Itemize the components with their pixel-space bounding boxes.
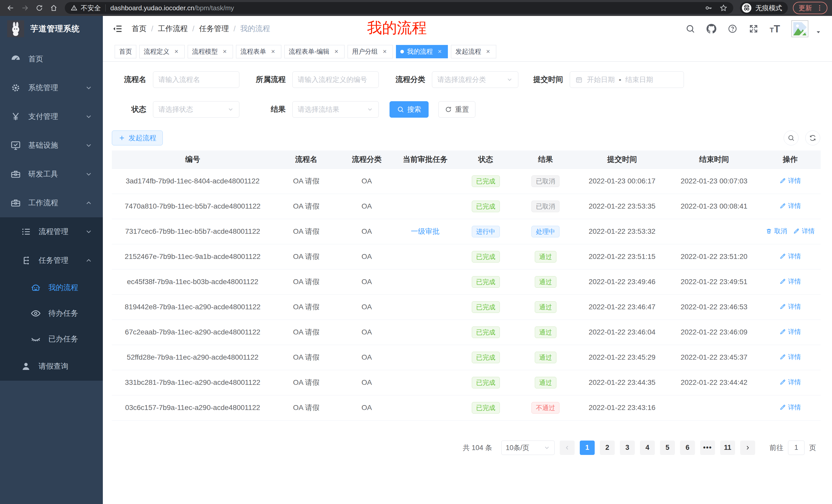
browser-back-button[interactable] [5,2,17,14]
result-select[interactable]: 请选择流结果 [292,101,379,118]
tab-4[interactable]: 流程表单-编辑× [284,45,344,58]
cell-status: 已完成 [456,269,515,295]
goto-page-input[interactable] [788,441,805,455]
yen-icon [10,111,21,122]
sidebar-item-2[interactable]: 支付管理 [0,102,103,131]
breadcrumb-workflow[interactable]: 工作流程 [158,24,188,34]
browser-update-button[interactable]: 更新 [793,2,827,14]
edit-icon [780,379,786,385]
fullscreen-icon[interactable] [749,24,758,34]
reset-button[interactable]: 重置 [438,101,475,118]
action-detail-link[interactable]: 详情 [780,328,801,336]
page-button-4[interactable]: 4 [640,441,655,455]
cell-end-time: 2022-01-22 23:44:42 [669,370,760,395]
sidebar-item-3[interactable]: 基础设施 [0,131,103,160]
tab-7[interactable]: 发起流程× [451,45,496,58]
breadcrumb-home[interactable]: 首页 [132,24,147,34]
status-badge: 已完成 [472,175,500,187]
page-button-1[interactable]: 1 [580,441,595,455]
edit-icon [780,203,786,209]
status-select[interactable]: 请选择状态 [153,101,239,118]
action-detail-link[interactable]: 详情 [780,378,801,386]
avatar[interactable] [791,20,808,37]
next-page-button[interactable] [740,441,755,455]
action-detail-link[interactable]: 详情 [793,227,814,235]
tab-label: 流程表单 [240,47,266,56]
table-row: 3ad174fb-7b9d-11ec-8404-acde48001122OA 请… [112,169,821,194]
browser-reload-button[interactable] [33,2,45,14]
action-detail-link[interactable]: 详情 [780,353,801,361]
tab-3[interactable]: 流程表单× [236,45,281,58]
tab-5[interactable]: 用户分组× [347,45,393,58]
prev-page-button[interactable] [560,441,575,455]
cell-submit-time: 2022-01-22 23:51:15 [576,244,668,269]
bookmark-star-icon[interactable] [719,4,728,12]
browser-forward-button[interactable] [19,2,31,14]
page-button-5[interactable]: 5 [660,441,675,455]
close-icon[interactable]: × [221,48,229,55]
app-title: 芋道管理系统 [30,23,80,34]
avatar-caret-icon[interactable] [815,29,822,35]
table-search-button[interactable] [784,131,799,145]
sidebar-item-1[interactable]: 系统管理 [0,74,103,102]
action-detail-link[interactable]: 详情 [780,252,801,260]
breadcrumb-task[interactable]: 任务管理 [199,24,229,34]
process-definition-input[interactable] [292,72,379,88]
close-icon[interactable]: × [436,48,443,55]
github-icon[interactable] [706,24,716,34]
page-button-2[interactable]: 2 [600,441,615,455]
create-process-button[interactable]: 发起流程 [112,131,163,145]
font-size-icon[interactable]: TT [770,23,780,35]
tab-2[interactable]: 流程模型× [188,45,233,58]
close-icon[interactable]: × [269,48,277,55]
chevron-down-icon [227,106,234,113]
sidebar-item-0[interactable]: 首页 [0,45,103,74]
sidebar-item-5[interactable]: 工作流程 [0,189,103,217]
tab-6[interactable]: 我的流程× [396,45,448,58]
sidebar-item-6[interactable]: 流程管理 [0,217,103,246]
search-button[interactable]: 搜索 [390,101,428,118]
sidebar-item-4[interactable]: 研发工具 [0,160,103,189]
filter-row-1: 流程名 所属流程 流程分类 请选择流程分类 提交时间 开始日期 - 结束日期 [112,72,821,88]
action-detail-link[interactable]: 详情 [780,176,801,185]
table-row: 7317cec6-7b9b-11ec-b5b7-acde48001122OA 请… [112,219,821,244]
page-button-6[interactable]: 6 [680,441,695,455]
table-refresh-button[interactable] [805,131,820,145]
close-icon[interactable]: × [333,48,340,55]
sidebar-item-10[interactable]: 已办任务 [0,326,103,352]
sidebar-item-9[interactable]: 待办任务 [0,301,103,326]
sidebar-item-7[interactable]: 任务管理 [0,246,103,275]
action-detail-link[interactable]: 详情 [780,403,801,412]
category-select[interactable]: 请选择流程分类 [432,72,518,88]
page-button-11[interactable]: 11 [720,441,735,455]
robot-icon [30,282,41,293]
sidebar-item-8[interactable]: 我的流程 [0,275,103,301]
help-icon[interactable] [728,24,737,34]
sidebar-collapse-icon[interactable] [112,23,123,34]
edit-icon [780,177,786,184]
close-icon[interactable]: × [381,48,389,55]
date-range-picker[interactable]: 开始日期 - 结束日期 [570,72,684,88]
page-button-3[interactable]: 3 [620,441,635,455]
action-detail-link[interactable]: 详情 [780,277,801,286]
action-detail-link[interactable]: 详情 [780,302,801,311]
search-icon[interactable] [685,24,695,34]
tab-0[interactable]: 首页 [115,45,136,58]
task-link[interactable]: 一级审批 [411,227,440,235]
process-name-input[interactable] [153,72,239,88]
edit-icon [780,253,786,259]
cell-current-task [394,194,456,219]
sidebar-item-label: 支付管理 [28,111,58,122]
browser-home-button[interactable] [48,2,60,14]
action-detail-link[interactable]: 详情 [780,202,801,210]
sidebar-item-11[interactable]: 请假查询 [0,352,103,381]
close-icon[interactable]: × [484,48,492,55]
page-size-select[interactable]: 10条/页 [501,441,554,455]
close-icon[interactable]: × [173,48,180,55]
browser-menu-icon[interactable] [816,4,823,11]
password-key-icon[interactable] [704,4,713,12]
action-cancel-link[interactable]: 取消 [766,227,787,235]
tab-1[interactable]: 流程定义× [139,45,185,58]
pagination-ellipsis[interactable]: ••• [700,441,715,455]
address-bar[interactable]: 不安全 dashboard.yudao.iocoder.cn /bpm/task… [65,2,733,14]
